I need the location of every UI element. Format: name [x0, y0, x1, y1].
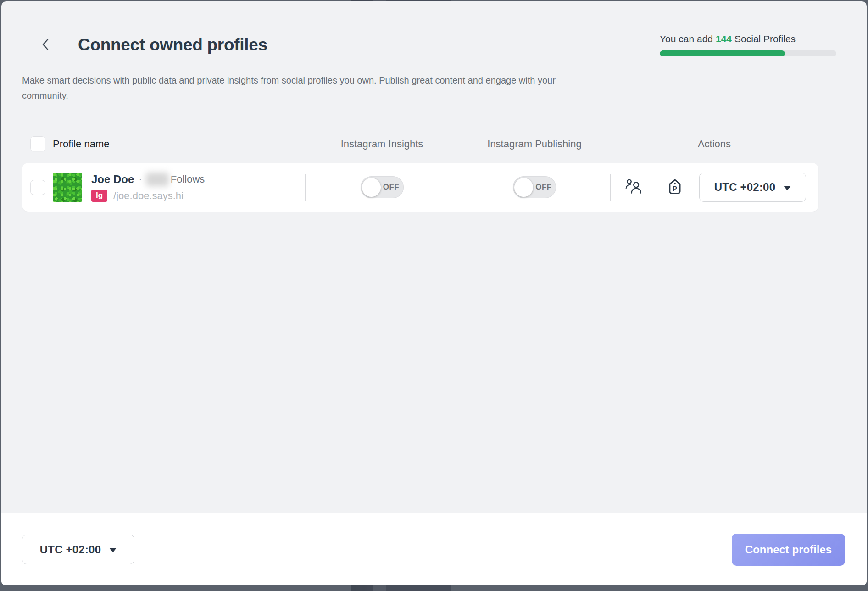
row-timezone-value: UTC +02:00: [714, 181, 775, 194]
team-members-icon: [625, 178, 642, 196]
redacted-follower-count: [146, 173, 169, 186]
table-header-profile: Profile name: [22, 136, 305, 151]
toggle-knob: [514, 178, 533, 197]
toggle-knob: [362, 178, 381, 197]
connect-profiles-button[interactable]: Connect profiles: [732, 534, 845, 566]
dot-separator: ·: [139, 173, 142, 185]
profiles-table: Profile name Instagram Insights Instagra…: [22, 136, 818, 212]
limit-count: 144: [716, 33, 732, 44]
profile-limit: You can add144Social Profiles: [660, 33, 836, 56]
profile-avatar: [53, 173, 82, 202]
profile-limit-progress-fill: [660, 50, 785, 56]
toggle-state-label: OFF: [533, 183, 556, 192]
chevron-down-icon: [109, 548, 117, 552]
follows-label: Follows: [171, 173, 205, 185]
profile-name-line: Joe Doe · Follows: [91, 173, 205, 186]
profile-name: Joe Doe: [91, 173, 134, 186]
page-header: Connect owned profiles You can add144Soc…: [22, 33, 846, 56]
profile-handle-line: Ig /joe.doe.says.hi: [91, 190, 205, 202]
profile-handle: /joe.doe.says.hi: [113, 190, 184, 202]
chevron-down-icon: [784, 186, 791, 190]
publishing-toggle-cell: OFF: [459, 176, 610, 198]
profile-limit-progress-track: [660, 50, 836, 56]
limit-suffix: Social Profiles: [734, 33, 796, 44]
limit-prefix: You can add: [660, 33, 713, 44]
team-members-button[interactable]: [625, 178, 642, 196]
column-instagram-insights: Instagram Insights: [305, 138, 459, 150]
profile-info: Joe Doe · Follows Ig /joe.doe.says.hi: [91, 173, 205, 202]
row-divider: [459, 174, 459, 201]
profile-row: Joe Doe · Follows Ig /joe.doe.says.hi: [22, 163, 818, 212]
instagram-insights-toggle[interactable]: OFF: [361, 176, 404, 198]
select-all-checkbox[interactable]: [30, 136, 45, 151]
insights-toggle-cell: OFF: [305, 176, 459, 198]
column-profile-name: Profile name: [53, 138, 110, 150]
modal-content: Connect owned profiles You can add144Soc…: [1, 1, 867, 513]
modal-footer: UTC +02:00 Connect profiles: [1, 513, 867, 585]
toggle-state-label: OFF: [381, 183, 404, 192]
publishing-tag-icon: P: [666, 178, 684, 197]
table-header-row: Profile name Instagram Insights Instagra…: [22, 136, 818, 151]
back-button[interactable]: [39, 38, 51, 52]
column-actions: Actions: [610, 138, 818, 150]
footer-timezone-dropdown[interactable]: UTC +02:00: [22, 535, 134, 564]
instagram-badge: Ig: [91, 190, 107, 202]
instagram-publishing-toggle[interactable]: OFF: [513, 176, 556, 198]
footer-timezone-value: UTC +02:00: [40, 543, 101, 556]
publishing-tag-button[interactable]: P: [666, 178, 684, 197]
profile-limit-text: You can add144Social Profiles: [660, 33, 836, 45]
row-timezone-dropdown[interactable]: UTC +02:00: [699, 173, 806, 202]
page-title: Connect owned profiles: [78, 35, 267, 55]
chevron-left-icon: [40, 38, 50, 53]
row-checkbox[interactable]: [30, 180, 45, 195]
connect-profiles-modal: Connect owned profiles You can add144Soc…: [1, 1, 867, 585]
column-instagram-publishing: Instagram Publishing: [459, 138, 610, 150]
row-divider: [610, 174, 611, 201]
row-divider: [305, 174, 306, 201]
profile-cell: Joe Doe · Follows Ig /joe.doe.says.hi: [22, 173, 305, 202]
svg-text:P: P: [673, 184, 677, 192]
page-subtitle: Make smart decisions with public data an…: [22, 73, 579, 103]
actions-cell: P UTC +02:00: [610, 173, 818, 202]
